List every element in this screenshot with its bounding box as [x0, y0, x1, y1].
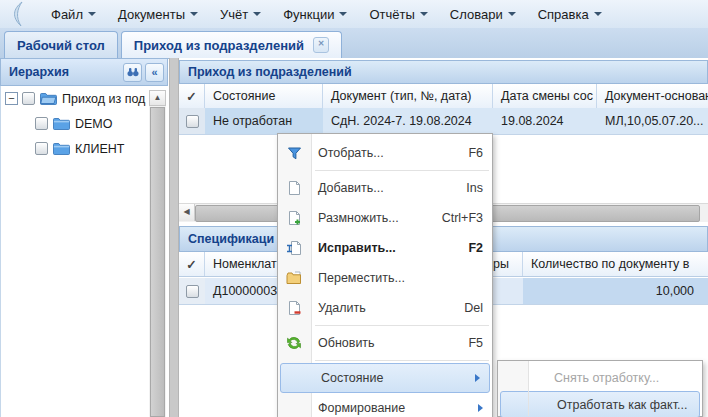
- menu-help-label: Справка: [538, 7, 589, 22]
- refresh-icon: [283, 335, 305, 351]
- tab-prihod-iz-podrazdeleniy[interactable]: Приход из подразделений ✕: [121, 31, 342, 58]
- tab-prihod-label: Приход из подразделений: [134, 38, 304, 53]
- menu-item-edit-label: Исправить...: [318, 241, 468, 255]
- search-binoculars-button[interactable]: [123, 63, 142, 82]
- menu-shortcut: F2: [468, 241, 483, 255]
- menu-documents-label: Документы: [118, 7, 185, 22]
- tab-desktop-label: Рабочий стол: [17, 38, 105, 53]
- scroll-up-icon[interactable]: ▲: [149, 90, 166, 106]
- menu-functions[interactable]: Функции: [272, 0, 358, 28]
- menu-dictionaries-label: Словари: [450, 7, 503, 22]
- tree-klient-label: КЛИЕНТ: [75, 142, 124, 156]
- cell-state-date[interactable]: 19.08.2024: [493, 108, 597, 134]
- menu-item-duplicate[interactable]: Размножить... Ctrl+F3: [278, 203, 492, 233]
- scroll-left-icon[interactable]: ◀: [179, 204, 195, 221]
- menu-file-label: Файл: [51, 7, 83, 22]
- main-grid-header: ✓ Состояние Документ (тип, №, дата) Дата…: [179, 84, 708, 109]
- menu-accounting[interactable]: Учёт: [209, 0, 272, 28]
- hierarchy-title: Иерархия: [9, 65, 120, 79]
- tab-desktop[interactable]: Рабочий стол: [4, 31, 118, 58]
- binoculars-icon: [127, 67, 139, 77]
- hierarchy-tree: − Приход из под DEMO: [0, 86, 169, 417]
- spec-row-checkbox[interactable]: [186, 285, 199, 298]
- folder-move-icon: [283, 271, 305, 285]
- spec-row-checkbox-cell: [179, 278, 205, 304]
- row-checkbox-cell: [179, 108, 205, 134]
- cell-base-document[interactable]: МЛ,10,05.07.20...: [597, 108, 708, 134]
- row-checkbox[interactable]: [186, 115, 199, 128]
- tree-node-demo[interactable]: DEMO: [1, 111, 169, 136]
- tree-scrollbar-thumb[interactable]: [150, 107, 165, 417]
- main-grid-title-bar: Приход из подразделений: [179, 60, 708, 84]
- tree-root-checkbox[interactable]: [22, 92, 35, 105]
- tree-node-klient[interactable]: КЛИЕНТ: [1, 136, 169, 161]
- filter-icon: [283, 146, 305, 161]
- tree-node-root[interactable]: − Приход из под: [1, 86, 169, 111]
- column-header-quantity[interactable]: Количество по документу в: [523, 252, 708, 276]
- menu-item-move-label: Переместить...: [318, 271, 483, 285]
- menu-item-refresh[interactable]: Обновить F5: [278, 328, 492, 358]
- caret-down-icon: [420, 12, 428, 16]
- submenu-arrow-icon: [478, 404, 483, 412]
- column-header-state[interactable]: Состояние: [205, 84, 323, 108]
- menu-reports[interactable]: Отчёты: [358, 0, 438, 28]
- check-column-icon[interactable]: ✓: [179, 84, 205, 108]
- submenu-item-process-as-fact[interactable]: Отработать как факт...: [500, 391, 700, 417]
- main-grid-row[interactable]: Не отработан СдН. 2024-7. 19.08.2024 19.…: [179, 108, 708, 135]
- menu-item-forming[interactable]: Формирование: [278, 393, 492, 417]
- caret-down-icon: [253, 12, 261, 16]
- parus-sail-logo-icon: [8, 2, 32, 26]
- column-header-state-date[interactable]: Дата смены сос: [493, 84, 597, 108]
- document-edit-icon: [283, 240, 305, 256]
- close-icon[interactable]: ✕: [313, 37, 329, 53]
- menu-item-forming-label: Формирование: [318, 401, 470, 415]
- folder-icon: [53, 142, 70, 155]
- menu-item-delete[interactable]: Удалить Del: [278, 293, 492, 323]
- check-column-icon[interactable]: ✓: [179, 252, 205, 276]
- tree-vertical-scrollbar[interactable]: ▲: [149, 90, 166, 417]
- cell-quantity[interactable]: 10,000: [523, 278, 708, 304]
- document-copy-icon: [283, 210, 305, 226]
- menu-shortcut: Ctrl+F3: [442, 211, 483, 225]
- tree-collapse-icon[interactable]: −: [5, 92, 18, 105]
- menu-documents[interactable]: Документы: [107, 0, 209, 28]
- tree-demo-checkbox[interactable]: [35, 117, 48, 130]
- main-grid-title: Приход из подразделений: [188, 65, 352, 79]
- cell-state[interactable]: Не отработан: [205, 108, 323, 134]
- menu-item-filter[interactable]: Отобрать... F6: [278, 138, 492, 168]
- collapse-panel-button[interactable]: «: [145, 63, 164, 82]
- menu-item-state[interactable]: Состояние: [280, 363, 490, 393]
- menu-item-add[interactable]: Добавить... Ins: [278, 173, 492, 203]
- menu-file[interactable]: Файл: [40, 0, 107, 28]
- menu-item-edit[interactable]: Исправить... F2: [278, 233, 492, 263]
- menu-help[interactable]: Справка: [527, 0, 613, 28]
- menu-item-state-label: Состояние: [321, 371, 467, 385]
- document-delete-icon: [283, 300, 305, 316]
- tab-bar: Рабочий стол Приход из подразделений ✕: [0, 28, 708, 59]
- menu-shortcut: F5: [468, 336, 483, 350]
- menu-dictionaries[interactable]: Словари: [439, 0, 527, 28]
- state-submenu: Снять отработку... Отработать как факт..…: [497, 360, 703, 417]
- caret-down-icon: [594, 12, 602, 16]
- column-header-base-document[interactable]: Документ-основан: [597, 84, 708, 108]
- caret-down-icon: [190, 12, 198, 16]
- menu-item-refresh-label: Обновить: [318, 336, 468, 350]
- cell-document[interactable]: СдН. 2024-7. 19.08.2024: [323, 108, 493, 134]
- submenu-item-unprocess-label: Снять отработку...: [554, 371, 659, 385]
- menu-item-move[interactable]: Переместить...: [278, 263, 492, 293]
- hierarchy-panel-header: Иерархия «: [0, 58, 168, 86]
- tree-demo-label: DEMO: [75, 117, 113, 131]
- column-header-document[interactable]: Документ (тип, №, дата): [323, 84, 493, 108]
- submenu-item-unprocess: Снять отработку...: [498, 364, 702, 391]
- menu-shortcut: Del: [464, 301, 483, 315]
- context-menu: Отобрать... F6 Добавить... Ins Размножит…: [277, 133, 493, 417]
- menu-accounting-label: Учёт: [220, 7, 248, 22]
- caret-down-icon: [508, 12, 516, 16]
- app-window: Файл Документы Учёт Функции Отчёты Слова…: [0, 0, 708, 417]
- menu-item-filter-label: Отобрать...: [318, 146, 468, 160]
- menu-shortcut: F6: [468, 146, 483, 160]
- menu-shortcut: Ins: [466, 181, 483, 195]
- panel-splitter[interactable]: [169, 58, 179, 417]
- tree-klient-checkbox[interactable]: [35, 142, 48, 155]
- spec-grid-title: Спецификаци: [188, 232, 274, 246]
